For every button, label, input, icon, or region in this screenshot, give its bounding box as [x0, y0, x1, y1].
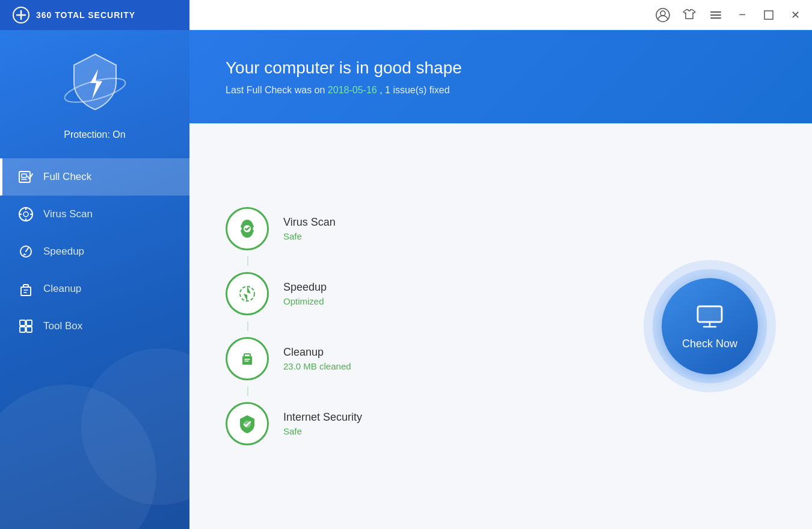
- check-now-mid-ring: Check Now: [653, 269, 767, 383]
- logo-icon: [12, 6, 30, 24]
- cleanup-icon: [18, 281, 34, 297]
- user-avatar-button[interactable]: [651, 3, 675, 27]
- status-item-speedup: Speedup Optimized: [226, 261, 620, 326]
- sidebar-item-speedup[interactable]: Speedup: [0, 233, 189, 270]
- sidebar-item-label-full-check: Full Check: [43, 171, 91, 183]
- status-list: Virus Scan Safe: [226, 196, 620, 456]
- sidebar-item-tool-box[interactable]: Tool Box: [0, 308, 189, 345]
- check-now-outer-ring: Check Now: [644, 260, 776, 392]
- cleanup-circle: [226, 337, 269, 380]
- svg-rect-26: [20, 320, 25, 326]
- minimize-button[interactable]: −: [730, 3, 754, 27]
- sidebar-nav: Full Check Virus Scan: [0, 152, 189, 529]
- theme-button[interactable]: [677, 3, 701, 27]
- menu-button[interactable]: [704, 3, 728, 27]
- speedup-name: Speedup: [283, 281, 327, 294]
- cleanup-text: Cleanup 23.0 MB cleaned: [283, 346, 351, 371]
- speedup-circle: [226, 272, 269, 315]
- close-button[interactable]: ✕: [783, 3, 807, 27]
- svg-rect-40: [698, 306, 722, 322]
- svg-point-15: [23, 212, 28, 217]
- svg-rect-32: [242, 356, 252, 365]
- sidebar: Protection: On Full Check: [0, 30, 189, 529]
- internet-security-name: Internet Security: [283, 411, 362, 424]
- internet-security-status-icon: [235, 412, 259, 436]
- sidebar-item-virus-scan[interactable]: Virus Scan: [0, 196, 189, 233]
- sidebar-item-label-speedup: Speedup: [43, 246, 84, 258]
- speedup-value: Optimized: [283, 296, 327, 306]
- sidebar-item-full-check[interactable]: Full Check: [0, 158, 189, 196]
- sidebar-item-label-tool-box: Tool Box: [43, 320, 82, 332]
- shield-container: [59, 48, 131, 120]
- internet-security-circle: [226, 402, 269, 445]
- header-title: Your computer is in good shape: [226, 58, 776, 78]
- virus-scan-icon: [18, 206, 34, 222]
- tool-box-icon: [18, 318, 34, 334]
- cleanup-status-icon: [235, 347, 259, 371]
- virus-scan-circle: [226, 207, 269, 250]
- cleanup-value: 23.0 MB cleaned: [283, 361, 351, 371]
- sidebar-item-label-cleanup: Cleanup: [43, 283, 81, 295]
- svg-rect-28: [20, 327, 25, 332]
- protection-label: Protection: On: [64, 129, 125, 140]
- main-content: Your computer is in good shape Last Full…: [189, 30, 812, 529]
- check-now-button[interactable]: Check Now: [662, 278, 758, 374]
- check-now-wrapper: Check Now: [644, 260, 776, 392]
- svg-rect-20: [21, 287, 31, 295]
- virus-scan-text: Virus Scan Safe: [283, 216, 336, 241]
- maximize-button[interactable]: [757, 3, 781, 27]
- header-subtitle: Last Full Check was on 2018-05-16 , 1 is…: [226, 85, 776, 96]
- titlebar-left: 360 TOTAL SECURITY: [0, 0, 189, 30]
- status-item-virus-scan: Virus Scan Safe: [226, 196, 620, 261]
- svg-point-4: [660, 11, 665, 16]
- monitor-icon: [695, 303, 724, 332]
- app-logo: 360 TOTAL SECURITY: [0, 0, 189, 30]
- svg-rect-33: [244, 354, 250, 357]
- subtitle-prefix: Last Full Check was on: [226, 85, 328, 95]
- header-banner: Your computer is in good shape Last Full…: [189, 30, 812, 123]
- virus-scan-value: Safe: [283, 231, 336, 241]
- svg-rect-29: [26, 327, 32, 332]
- titlebar: 360 TOTAL SECURITY −: [0, 0, 812, 30]
- cleanup-name: Cleanup: [283, 346, 351, 359]
- virus-scan-name: Virus Scan: [283, 216, 336, 229]
- speedup-icon: [18, 244, 34, 259]
- svg-rect-8: [764, 11, 773, 19]
- internet-security-text: Internet Security Safe: [283, 411, 362, 436]
- sidebar-item-label-virus-scan: Virus Scan: [43, 208, 93, 220]
- sidebar-item-cleanup[interactable]: Cleanup: [0, 270, 189, 308]
- svg-rect-12: [22, 174, 26, 178]
- speedup-text: Speedup Optimized: [283, 281, 327, 306]
- internet-security-value: Safe: [283, 426, 362, 436]
- full-check-icon: [18, 169, 34, 185]
- subtitle-suffix: , 1 issue(s) fixed: [377, 85, 450, 95]
- content-area: Virus Scan Safe: [189, 123, 812, 529]
- shield-icon: [59, 48, 131, 120]
- speedup-status-icon: [235, 282, 259, 306]
- check-now-label: Check Now: [682, 338, 737, 350]
- svg-rect-27: [26, 320, 32, 326]
- status-item-internet-security: Internet Security Safe: [226, 391, 620, 456]
- header-date: 2018-05-16: [328, 85, 377, 95]
- app-name-label: 360 TOTAL SECURITY: [36, 10, 135, 20]
- titlebar-controls: − ✕: [651, 3, 812, 27]
- app-body: Protection: On Full Check: [0, 30, 812, 529]
- protection-area: Protection: On: [0, 30, 189, 152]
- status-item-cleanup: Cleanup 23.0 MB cleaned: [226, 326, 620, 391]
- virus-scan-status-icon: [235, 217, 259, 241]
